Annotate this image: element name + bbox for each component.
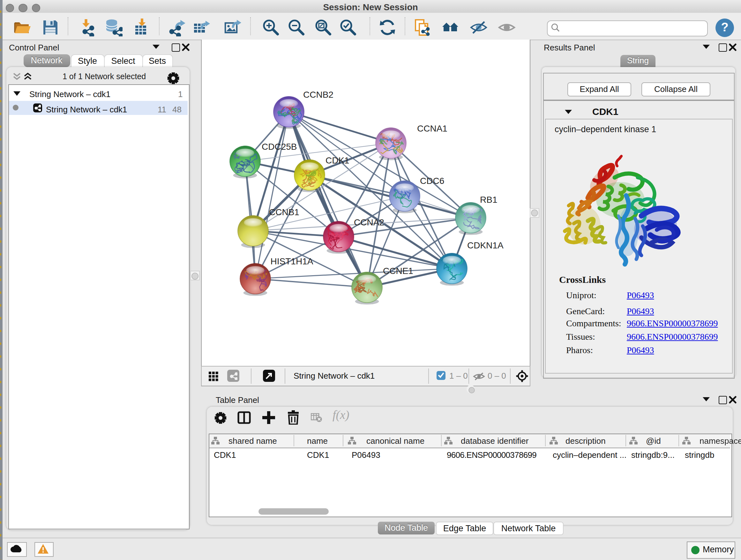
svg-text:CDK1: CDK1 [326,155,349,165]
svg-text:CDC6: CDC6 [420,176,444,186]
svg-text:HIST1H1A: HIST1H1A [271,256,313,266]
svg-text:CDKN1A: CDKN1A [467,240,503,250]
svg-text:CCNA2: CCNA2 [354,217,384,227]
svg-text:CCNE1: CCNE1 [383,266,413,275]
svg-text:RB1: RB1 [480,194,497,204]
svg-text:CDC25B: CDC25B [262,141,297,151]
svg-text:CCNA1: CCNA1 [417,123,448,133]
svg-text:CCNB1: CCNB1 [269,207,299,217]
svg-text:CCNB2: CCNB2 [303,89,333,99]
